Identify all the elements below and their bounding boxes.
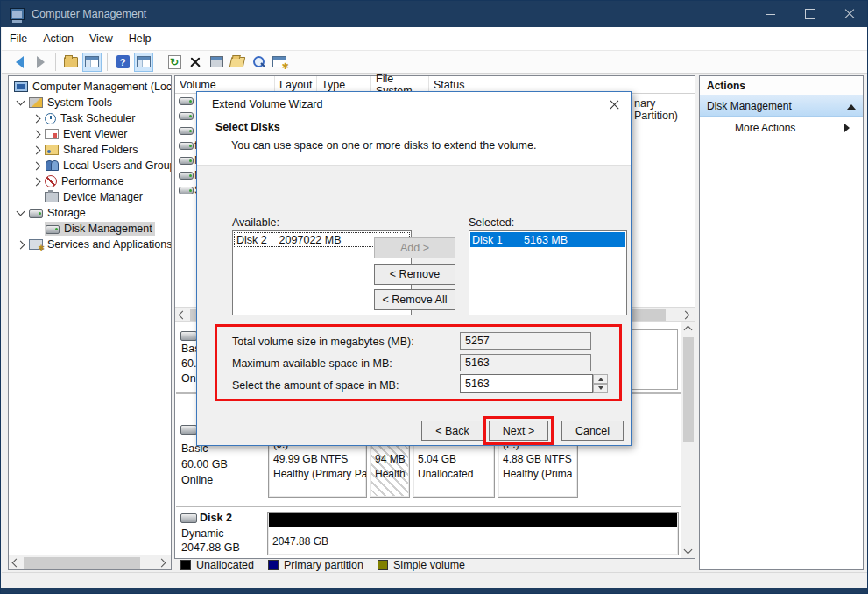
scroll-right-icon[interactable] xyxy=(158,559,166,568)
max-space-field: 5163 xyxy=(460,354,591,371)
selected-label: Selected: xyxy=(469,216,514,229)
console-tree-pane: Computer Management (Local System Tools … xyxy=(8,75,172,570)
open-icon[interactable] xyxy=(228,53,247,72)
spinner-down-icon[interactable] xyxy=(593,384,608,393)
forward-icon[interactable] xyxy=(31,53,50,72)
extend-volume-wizard-dialog: Extend Volume Wizard Select Disks You ca… xyxy=(196,91,632,446)
graph-vscrollbar[interactable] xyxy=(681,322,695,558)
volume-icon[interactable] xyxy=(179,187,194,194)
remove-button[interactable]: < Remove xyxy=(374,264,455,285)
tree-item-local-users-groups[interactable]: Local Users and Groups xyxy=(9,158,171,173)
graph-vscroll-thumb[interactable] xyxy=(683,337,694,442)
collapse-icon[interactable] xyxy=(847,100,856,110)
tree-item-services-applications[interactable]: Services and Applications xyxy=(9,237,171,252)
minimize-icon[interactable] xyxy=(751,1,790,27)
disk-icon xyxy=(180,513,197,523)
disk2-name: Disk 2 xyxy=(200,512,232,524)
dialog-title-bar: Extend Volume Wizard xyxy=(197,92,631,117)
computer-management-window: Computer Management File Action View Hel… xyxy=(0,0,868,594)
menu-view[interactable]: View xyxy=(81,29,121,48)
tree-item-computer-management[interactable]: Computer Management (Local xyxy=(9,79,171,95)
tree-item-performance[interactable]: Performance xyxy=(9,173,171,189)
tree-hscrollbar[interactable] xyxy=(9,555,171,569)
tree-item-device-manager[interactable]: Device Manager xyxy=(9,189,171,205)
find-icon[interactable] xyxy=(249,53,268,72)
computer-icon xyxy=(14,81,28,92)
export-list-icon[interactable] xyxy=(61,53,81,72)
selected-item-disk1[interactable]: Disk 1 5163 MB xyxy=(470,232,625,247)
maximize-icon[interactable] xyxy=(790,1,829,27)
tree-item-system-tools[interactable]: System Tools xyxy=(9,95,171,110)
chevron-right-icon[interactable] xyxy=(32,177,41,186)
back-icon[interactable] xyxy=(10,53,29,72)
volume-icon[interactable] xyxy=(179,97,194,105)
dialog-heading: Select Disks xyxy=(215,121,280,133)
add-button[interactable]: Add > xyxy=(374,237,455,258)
scroll-down-icon[interactable] xyxy=(684,546,693,555)
show-action-pane-icon[interactable] xyxy=(134,53,153,72)
disk2-size: 2047.88 GB xyxy=(181,541,240,554)
remove-all-button[interactable]: < Remove All xyxy=(374,289,455,310)
disk-management-icon xyxy=(46,225,60,234)
back-button[interactable]: < Back xyxy=(421,421,483,441)
chevron-right-icon[interactable] xyxy=(32,114,41,123)
volume-icon[interactable] xyxy=(179,172,194,180)
selected-listbox[interactable]: Disk 1 5163 MB xyxy=(469,230,627,315)
total-size-label: Total volume size in megabytes (MB): xyxy=(232,336,414,348)
actions-group-disk-management[interactable]: Disk Management xyxy=(700,95,863,117)
show-console-tree-icon[interactable] xyxy=(82,53,102,72)
toolbar: ? ↻ xyxy=(2,50,868,74)
help-icon[interactable]: ? xyxy=(113,53,132,72)
close-icon[interactable] xyxy=(829,1,868,27)
chevron-right-icon[interactable] xyxy=(17,240,25,249)
chevron-right-icon[interactable] xyxy=(32,130,41,138)
services-icon xyxy=(29,239,43,250)
refresh-icon[interactable]: ↻ xyxy=(165,53,184,72)
tree-item-storage[interactable]: Storage xyxy=(9,205,171,221)
system-tools-icon xyxy=(29,97,43,108)
properties-icon[interactable] xyxy=(207,53,226,72)
tree-item-shared-folders[interactable]: Shared Folders xyxy=(9,142,171,158)
select-space-input[interactable]: 5163 xyxy=(460,374,593,393)
tree-item-disk-management[interactable]: Disk Management xyxy=(9,221,171,237)
menu-bar: File Action View Help xyxy=(2,27,868,50)
status-bar xyxy=(2,572,868,588)
dialog-close-icon[interactable] xyxy=(609,99,620,110)
tree-item-task-scheduler[interactable]: Task Scheduler xyxy=(9,110,171,126)
chevron-right-icon[interactable] xyxy=(32,145,41,154)
next-button[interactable]: Next > xyxy=(489,421,548,441)
more-actions-item[interactable]: More Actions xyxy=(700,117,863,139)
window-title: Computer Management xyxy=(32,8,146,20)
legend-swatch-unallocated xyxy=(180,560,191,570)
chevron-down-icon[interactable] xyxy=(17,97,25,106)
disk2-unallocated-region[interactable]: 2047.88 GB xyxy=(267,512,679,555)
volume-icon[interactable] xyxy=(179,127,194,135)
spinner-up-icon[interactable] xyxy=(593,374,608,384)
menu-action[interactable]: Action xyxy=(35,29,81,48)
console-settings-icon[interactable] xyxy=(270,53,289,72)
tree-item-event-viewer[interactable]: Event Viewer xyxy=(9,126,171,142)
scroll-left-icon[interactable] xyxy=(179,311,187,320)
legend-swatch-simple xyxy=(378,560,388,570)
performance-icon xyxy=(45,175,57,187)
select-space-label: Select the amount of space in MB: xyxy=(232,379,399,392)
scroll-up-icon[interactable] xyxy=(684,326,693,335)
scroll-left-icon[interactable] xyxy=(12,559,21,568)
cancel-button[interactable]: Cancel xyxy=(561,421,624,441)
volume-icon[interactable] xyxy=(179,112,194,120)
menu-file[interactable]: File xyxy=(2,29,35,48)
actions-header: Actions xyxy=(700,76,863,95)
legend: Unallocated Primary partition Simple vol… xyxy=(180,557,465,572)
delete-icon[interactable] xyxy=(186,53,205,72)
volume-icon[interactable] xyxy=(179,157,194,165)
dialog-subheading: You can use space on one or more disks t… xyxy=(231,139,536,152)
tree-hscroll-thumb[interactable] xyxy=(24,557,140,569)
volume-icon[interactable] xyxy=(179,142,194,150)
actions-pane: Actions Disk Management More Actions xyxy=(699,75,864,570)
chevron-down-icon[interactable] xyxy=(17,208,25,216)
task-scheduler-icon xyxy=(45,113,56,124)
menu-help[interactable]: Help xyxy=(121,29,159,48)
scroll-right-icon[interactable] xyxy=(681,311,690,320)
disk-icon xyxy=(180,331,197,341)
chevron-right-icon[interactable] xyxy=(32,161,41,170)
